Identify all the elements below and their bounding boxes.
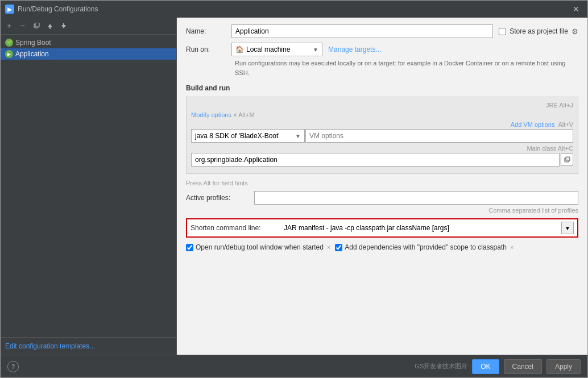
name-row: Name: Store as project file ⚙ bbox=[186, 24, 578, 38]
shorten-value: JAR manifest - java -cp classpath.jar cl… bbox=[284, 224, 559, 232]
add-vm-options-link[interactable]: Add VM options bbox=[511, 121, 555, 128]
run-on-select[interactable]: 🏠 Local machine ▼ bbox=[231, 43, 322, 56]
shorten-command-row: Shorten command line: JAR manifest - jav… bbox=[186, 218, 578, 238]
modify-options-link[interactable]: Modify options bbox=[191, 111, 231, 118]
active-profiles-label: Active profiles: bbox=[186, 194, 254, 202]
application-icon: ▶ bbox=[5, 50, 13, 58]
tree-area: 🌱 Spring Boot ▶ Application bbox=[1, 35, 176, 337]
run-on-label: Run on: bbox=[186, 45, 231, 53]
remove-tag-1[interactable]: × bbox=[327, 244, 330, 251]
apply-button[interactable]: Apply bbox=[546, 359, 581, 374]
local-machine-icon: 🏠 bbox=[235, 45, 244, 53]
build-run-content: JRE Alt+J Modify options × Alt+M Add VM … bbox=[186, 97, 578, 174]
run-on-row: Run on: 🏠 Local machine ▼ Manage targets… bbox=[186, 43, 578, 56]
checkbox2-label: Add dependencies with "provided" scope t… bbox=[345, 243, 507, 251]
checkbox-row: Open run/debug tool window when started … bbox=[186, 243, 578, 251]
main-class-hint: Main class Alt+C bbox=[527, 145, 573, 152]
bottom-bar: ? GS开发者技术图片 OK Cancel Apply bbox=[1, 355, 587, 377]
store-row: Store as project file ⚙ bbox=[499, 27, 578, 36]
tree-item-application[interactable]: ▶ Application bbox=[1, 48, 176, 60]
gear-icon[interactable]: ⚙ bbox=[572, 27, 578, 36]
sdk-select[interactable]: java 8 SDK of 'BladeX-Boot' ▼ bbox=[191, 129, 305, 143]
open-tool-window-checkbox[interactable] bbox=[186, 244, 193, 251]
right-panel: Name: Store as project file ⚙ Run on: 🏠 … bbox=[177, 18, 587, 355]
move-down-button[interactable] bbox=[57, 20, 70, 32]
modify-options-bar: JRE Alt+J bbox=[191, 102, 573, 109]
tree-group-springboot[interactable]: 🌱 Spring Boot bbox=[1, 37, 176, 48]
ok-button[interactable]: OK bbox=[472, 359, 499, 374]
main-class-input[interactable] bbox=[191, 153, 560, 167]
add-dependencies-checkbox[interactable] bbox=[335, 244, 342, 251]
copy-main-class-button[interactable] bbox=[561, 153, 573, 166]
name-row-right: Store as project file ⚙ bbox=[231, 24, 578, 38]
checkbox1-label: Open run/debug tool window when started bbox=[196, 243, 324, 251]
close-button[interactable]: ✕ bbox=[569, 3, 583, 15]
remove-tag-2[interactable]: × bbox=[510, 244, 514, 251]
active-profiles-row: Active profiles: bbox=[186, 191, 578, 205]
manage-targets-link[interactable]: Manage targets... bbox=[328, 45, 381, 53]
spring-boot-icon: 🌱 bbox=[5, 39, 13, 47]
svg-marker-2 bbox=[48, 24, 52, 27]
jre-hint: JRE Alt+J bbox=[546, 102, 573, 109]
run-debug-dialog: ▶ Run/Debug Configurations ✕ + − bbox=[0, 0, 588, 378]
svg-marker-4 bbox=[61, 25, 66, 28]
name-input[interactable] bbox=[231, 24, 493, 38]
svg-rect-3 bbox=[49, 27, 51, 29]
left-panel: + − 🌱 Spring Boot ▶ App bbox=[1, 18, 177, 355]
sdk-dropdown-arrow: ▼ bbox=[295, 133, 301, 139]
active-profiles-input[interactable] bbox=[254, 191, 578, 205]
dialog-icon: ▶ bbox=[5, 5, 14, 14]
sdk-value: java 8 SDK of 'BladeX-Boot' bbox=[195, 132, 280, 140]
cancel-button[interactable]: Cancel bbox=[504, 359, 542, 374]
help-button[interactable]: ? bbox=[7, 361, 19, 372]
checkbox-item-2: Add dependencies with "provided" scope t… bbox=[335, 243, 514, 251]
title-bar: ▶ Run/Debug Configurations ✕ bbox=[1, 1, 587, 18]
shorten-label: Shorten command line: bbox=[191, 224, 281, 232]
watermark: GS开发者技术图片 bbox=[415, 362, 467, 371]
name-label: Name: bbox=[186, 27, 231, 35]
edit-templates-link[interactable]: Edit configuration templates... bbox=[5, 342, 95, 350]
add-config-button[interactable]: + bbox=[3, 20, 15, 32]
left-bottom: Edit configuration templates... bbox=[1, 337, 176, 355]
run-on-dropdown-arrow: ▼ bbox=[313, 47, 318, 53]
modify-shortcut: × bbox=[233, 111, 238, 118]
modify-shortcut-key: Alt+M bbox=[238, 111, 254, 118]
svg-rect-1 bbox=[35, 23, 39, 27]
copy-config-button[interactable] bbox=[30, 20, 43, 32]
move-up-button[interactable] bbox=[44, 20, 56, 32]
main-class-row bbox=[191, 153, 573, 167]
store-as-project-checkbox[interactable] bbox=[499, 28, 506, 35]
remove-config-button[interactable]: − bbox=[16, 20, 29, 32]
tree-group-label: Spring Boot bbox=[15, 39, 51, 47]
left-toolbar: + − bbox=[1, 18, 176, 35]
shorten-dropdown-button[interactable]: ▼ bbox=[561, 222, 574, 234]
jre-row: java 8 SDK of 'BladeX-Boot' ▼ bbox=[191, 129, 573, 143]
run-on-value: Local machine bbox=[246, 45, 290, 53]
svg-rect-7 bbox=[566, 157, 570, 161]
vm-options-input[interactable] bbox=[305, 129, 573, 143]
tree-item-label: Application bbox=[15, 50, 49, 58]
field-hints: Press Alt for field hints bbox=[186, 180, 578, 186]
add-vm-shortcut: Alt+V bbox=[558, 121, 573, 128]
profiles-hint: Comma separated list of profiles bbox=[186, 207, 578, 214]
info-text: Run configurations may be executed local… bbox=[235, 59, 578, 77]
build-run-section: Build and run JRE Alt+J Modify options ×… bbox=[186, 84, 578, 180]
build-run-label: Build and run bbox=[186, 84, 578, 92]
shorten-select[interactable]: JAR manifest - java -cp classpath.jar cl… bbox=[281, 224, 561, 232]
store-label: Store as project file bbox=[510, 27, 568, 35]
checkbox-item-1: Open run/debug tool window when started … bbox=[186, 243, 330, 251]
modify-section: Modify options × Alt+M bbox=[191, 111, 255, 119]
dialog-title: Run/Debug Configurations bbox=[18, 5, 569, 13]
content-area: + − 🌱 Spring Boot ▶ App bbox=[1, 18, 587, 355]
svg-rect-5 bbox=[63, 23, 64, 25]
